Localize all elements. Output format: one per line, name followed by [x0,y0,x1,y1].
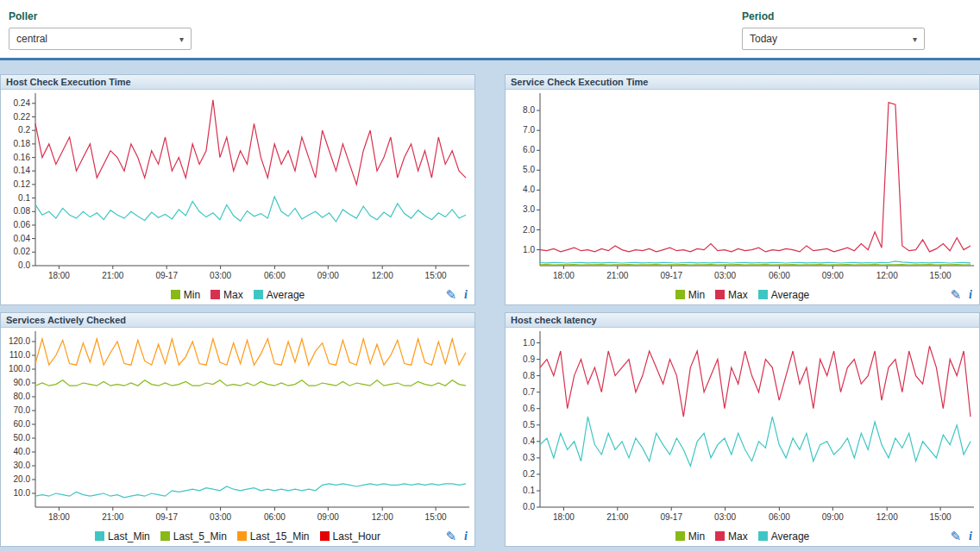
info-icon[interactable]: i [464,288,468,302]
svg-text:09-17: 09-17 [155,512,178,522]
svg-text:40.0: 40.0 [14,447,31,456]
panel-title: Host Check Execution Time [1,75,474,90]
chart-canvas[interactable]: 10.020.030.040.050.060.070.080.090.0100.… [1,328,474,524]
legend-swatch-icon [758,290,768,299]
edit-graph-icon[interactable]: ✎ [446,287,457,303]
edit-graph-icon[interactable]: ✎ [446,529,457,544]
svg-text:18:00: 18:00 [48,271,70,280]
poller-label: Poller [9,10,192,22]
chart-canvas[interactable]: 1.02.03.04.05.06.07.08.018:0021:0009-170… [506,90,979,283]
svg-text:15:00: 15:00 [425,512,447,522]
svg-text:0.08: 0.08 [14,206,31,216]
legend-label: Max [223,289,243,301]
svg-text:0.8: 0.8 [523,371,535,380]
panel-icons: ✎ i [446,283,468,305]
svg-text:2.0: 2.0 [523,225,535,235]
svg-text:09:00: 09:00 [822,512,844,522]
svg-text:6.0: 6.0 [523,145,535,154]
legend-item-min[interactable]: Min [675,530,705,543]
legend-label: Last_15_Min [250,530,310,543]
legend: MinMaxAverage [670,289,815,301]
svg-text:03:00: 03:00 [714,271,736,280]
legend-item-last_15_min[interactable]: Last_15_Min [237,530,310,543]
svg-text:8.0: 8.0 [523,105,535,115]
svg-text:12:00: 12:00 [372,271,393,280]
legend-item-max[interactable]: Max [715,289,748,301]
svg-text:0.06: 0.06 [14,220,31,229]
legend-label: Min [184,289,200,301]
legend-label: Last_5_Min [173,530,227,543]
legend-label: Average [267,289,305,301]
info-icon[interactable]: i [969,288,972,302]
legend-item-max[interactable]: Max [210,289,243,301]
legend-label: Last_Min [108,530,150,543]
info-icon[interactable]: i [969,530,972,543]
info-icon[interactable]: i [464,530,468,543]
svg-text:21:00: 21:00 [102,271,123,280]
period-label: Period [742,10,925,22]
svg-text:15:00: 15:00 [425,271,447,280]
svg-text:1.0: 1.0 [523,338,535,348]
filter-bar: Poller central ▾ Period Today ▾ [0,0,980,60]
svg-text:18:00: 18:00 [553,512,575,522]
panel-icons: ✎ i [951,524,972,547]
svg-text:0.24: 0.24 [14,98,31,108]
svg-text:0.0: 0.0 [18,260,30,270]
svg-text:09-17: 09-17 [660,512,682,522]
legend-swatch-icon [160,531,170,541]
legend-row: MinMaxAverage ✎ i [1,283,474,305]
edit-graph-icon[interactable]: ✎ [951,287,962,303]
svg-text:70.0: 70.0 [14,405,31,415]
svg-text:03:00: 03:00 [210,271,231,280]
panel-title: Services Actively Checked [1,313,474,328]
legend-swatch-icon [95,531,104,541]
chart-canvas[interactable]: 0.00.020.040.060.080.10.120.140.160.180.… [1,90,474,283]
poller-select[interactable]: central ▾ [9,28,192,50]
legend-item-average[interactable]: Average [758,289,809,301]
legend: MinMaxAverage [670,530,815,543]
svg-text:120.0: 120.0 [9,336,30,346]
legend-label: Average [771,289,809,301]
svg-text:18:00: 18:00 [553,271,575,280]
svg-text:60.0: 60.0 [14,419,31,429]
svg-text:0.18: 0.18 [14,139,31,148]
legend-label: Min [688,289,705,301]
graphs-grid: Host Check Execution Time 0.00.020.040.0… [0,60,980,547]
svg-text:90.0: 90.0 [14,378,31,387]
chart-canvas[interactable]: 0.00.10.20.30.40.50.60.70.80.91.018:0021… [506,328,979,524]
svg-text:0.5: 0.5 [523,420,535,430]
legend-label: Min [688,530,705,543]
svg-text:0.2: 0.2 [523,469,535,479]
legend-swatch-icon [171,290,180,299]
svg-text:7.0: 7.0 [523,125,535,135]
legend-swatch-icon [254,290,263,299]
legend-item-last_5_min[interactable]: Last_5_Min [160,530,227,543]
svg-text:12:00: 12:00 [876,271,898,280]
svg-text:15:00: 15:00 [930,512,952,522]
svg-text:0.0: 0.0 [523,502,535,511]
legend-item-average[interactable]: Average [254,289,305,301]
svg-text:0.22: 0.22 [14,112,31,122]
svg-text:0.9: 0.9 [523,354,535,364]
legend-row: Last_MinLast_5_MinLast_15_MinLast_Hour ✎… [1,524,474,547]
svg-text:12:00: 12:00 [876,512,898,522]
legend: MinMaxAverage [166,289,311,301]
svg-text:09-17: 09-17 [660,271,682,280]
svg-text:03:00: 03:00 [714,512,736,522]
svg-text:10.0: 10.0 [14,488,31,498]
chevron-down-icon: ▾ [913,34,917,44]
svg-text:09:00: 09:00 [822,271,844,280]
panel-host-check-execution-time: Host Check Execution Time 0.00.020.040.0… [0,74,475,305]
legend-item-min[interactable]: Min [675,289,705,301]
svg-text:06:00: 06:00 [769,512,790,522]
period-select[interactable]: Today ▾ [742,28,925,50]
svg-text:0.2: 0.2 [18,125,30,135]
legend-item-average[interactable]: Average [758,530,809,543]
legend-item-last_hour[interactable]: Last_Hour [320,530,380,543]
edit-graph-icon[interactable]: ✎ [951,529,962,544]
legend-item-max[interactable]: Max [715,530,748,543]
svg-text:80.0: 80.0 [14,392,31,401]
svg-text:21:00: 21:00 [606,271,628,280]
legend-item-last_min[interactable]: Last_Min [95,530,150,543]
legend-item-min[interactable]: Min [171,289,200,301]
